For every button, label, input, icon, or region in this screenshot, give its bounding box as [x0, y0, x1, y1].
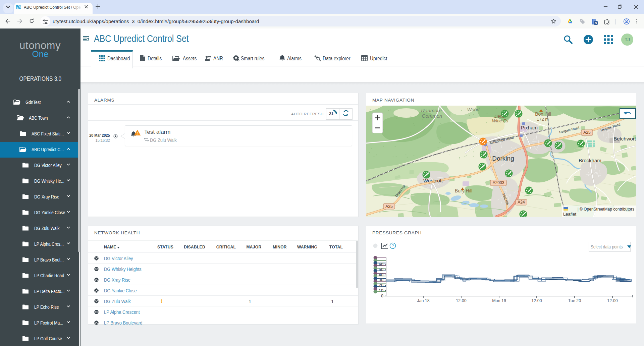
svg-text:Wine Es: Wine Es [492, 118, 508, 123]
svg-text:Wood: Wood [467, 107, 480, 112]
svg-text:Dorking: Dorking [492, 155, 514, 162]
svg-text:Leaflet: Leaflet [563, 212, 576, 217]
svg-text:Pixham: Pixham [521, 125, 538, 130]
svg-text:12:00: 12:00 [456, 298, 466, 303]
svg-text:40: 40 [379, 273, 383, 277]
svg-text:Ranmore: Ranmore [421, 108, 442, 113]
svg-text:Jan 18: Jan 18 [417, 298, 430, 303]
svg-text:12:00: 12:00 [531, 298, 542, 303]
svg-text:| © OpenStreetMap contribut: | © OpenStreetMap contributors [578, 207, 634, 212]
svg-text:?: ? [392, 244, 394, 248]
svg-text:Common: Common [422, 113, 442, 119]
svg-text:Tue 20: Tue 20 [568, 298, 581, 303]
svg-text:Box Hill: Box Hill [535, 111, 551, 117]
svg-text:Westcott: Westcott [423, 178, 443, 183]
svg-text:A24: A24 [518, 200, 525, 205]
svg-text:Betchwort: Betchwort [613, 136, 636, 141]
svg-text:10: 10 [379, 288, 383, 293]
svg-text:60: 60 [379, 262, 383, 267]
svg-text:A25: A25 [385, 204, 393, 209]
svg-text:20: 20 [379, 283, 383, 288]
svg-text:12:00: 12:00 [607, 298, 618, 303]
svg-text:!: ! [137, 131, 138, 135]
svg-text:172 m: 172 m [537, 117, 549, 122]
svg-text:Mon 19: Mon 19 [492, 298, 506, 303]
svg-text:S: S [595, 21, 597, 25]
svg-text:Bury Hill: Bury Hill [455, 188, 472, 193]
svg-text:0: 0 [381, 294, 383, 298]
svg-text:50: 50 [379, 267, 383, 272]
svg-text:A25: A25 [583, 130, 591, 135]
svg-text:Brockham: Brockham [579, 158, 601, 163]
svg-text:30: 30 [379, 278, 383, 282]
svg-text:A2003: A2003 [493, 180, 504, 185]
